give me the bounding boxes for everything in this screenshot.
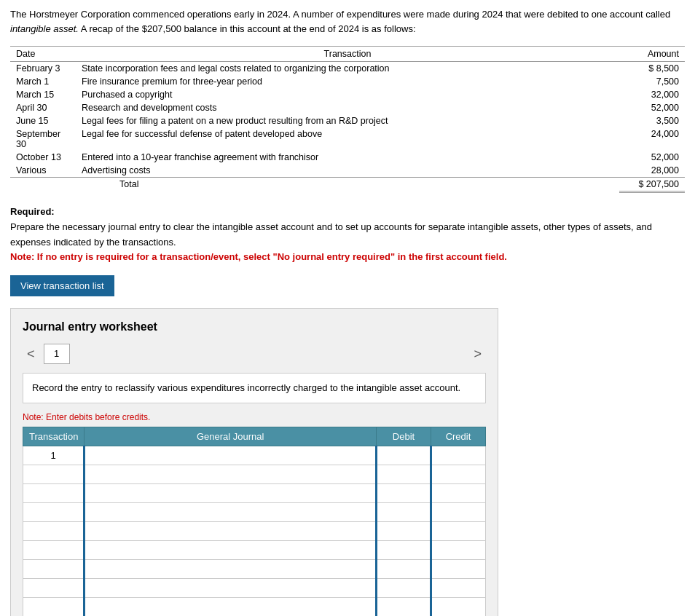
credit-input[interactable] — [432, 560, 485, 578]
general-journal-input-cell[interactable] — [85, 521, 377, 540]
cell-amount: 52,000 — [619, 101, 685, 114]
debit-input[interactable] — [377, 579, 430, 597]
general-journal-input-cell[interactable] — [85, 483, 377, 502]
worksheet-description: Record the entry to reclassify various e… — [23, 373, 486, 403]
journal-row-num — [23, 578, 85, 597]
total-amount: $ 207,500 — [619, 178, 685, 192]
journal-row — [23, 502, 486, 521]
debit-input[interactable] — [377, 503, 430, 521]
credit-input-cell[interactable] — [431, 559, 486, 578]
credit-input[interactable] — [432, 598, 485, 616]
general-journal-input-cell[interactable] — [85, 597, 377, 616]
cell-amount: 24,000 — [619, 127, 685, 151]
debit-input[interactable] — [377, 560, 430, 578]
credit-input[interactable] — [432, 541, 485, 559]
journal-row-num — [23, 502, 85, 521]
cell-date: June 15 — [10, 114, 76, 127]
general-journal-input-cell[interactable] — [85, 465, 377, 483]
intro-text1: The Horstmeyer Corporation commenced ope… — [10, 9, 670, 20]
credit-input[interactable] — [432, 465, 485, 483]
debit-input-cell[interactable] — [377, 465, 431, 483]
prev-page-button[interactable]: < — [23, 345, 39, 363]
table-row: Various Advertising costs 28,000 — [10, 164, 685, 178]
general-journal-input[interactable] — [85, 503, 375, 521]
debit-input-cell[interactable] — [377, 521, 431, 540]
journal-row-num — [23, 465, 85, 483]
total-row: Total $ 207,500 — [10, 178, 685, 192]
journal-col-debit: Debit — [377, 427, 431, 446]
required-text: Prepare the necessary journal entry to c… — [10, 220, 685, 250]
credit-input[interactable] — [432, 579, 485, 597]
cell-date: September 30 — [10, 127, 76, 151]
general-journal-input[interactable] — [85, 579, 375, 597]
intro-text2: A recap of the $207,500 balance in this … — [79, 23, 416, 34]
col-header-amount: Amount — [619, 47, 685, 62]
view-transaction-list-button[interactable]: View transaction list — [10, 275, 114, 296]
cell-amount: $ 8,500 — [619, 62, 685, 76]
general-journal-input[interactable] — [85, 598, 375, 616]
table-row: February 3 State incorporation fees and … — [10, 62, 685, 76]
credit-input-cell[interactable] — [431, 540, 486, 559]
journal-row-num: 1 — [23, 446, 85, 465]
journal-row — [23, 597, 486, 616]
general-journal-input-cell[interactable] — [85, 446, 377, 465]
journal-row-num — [23, 559, 85, 578]
debit-input[interactable] — [377, 522, 430, 540]
general-journal-input[interactable] — [85, 541, 375, 559]
journal-entry-table: Transaction General Journal Debit Credit… — [23, 427, 486, 616]
cell-transaction: Entered into a 10-year franchise agreeme… — [76, 151, 619, 164]
credit-input-cell[interactable] — [431, 502, 486, 521]
credit-input[interactable] — [432, 446, 485, 465]
debit-input-cell[interactable] — [377, 540, 431, 559]
debit-input-cell[interactable] — [377, 597, 431, 616]
debit-input[interactable] — [377, 484, 430, 502]
credit-input-cell[interactable] — [431, 483, 486, 502]
worksheet-navigation: < 1 > — [23, 344, 486, 364]
credit-input[interactable] — [432, 484, 485, 502]
general-journal-input[interactable] — [85, 522, 375, 540]
general-journal-input[interactable] — [85, 446, 375, 465]
journal-row-num — [23, 540, 85, 559]
cell-date: February 3 — [10, 62, 76, 76]
journal-row — [23, 540, 486, 559]
debit-input-cell[interactable] — [377, 578, 431, 597]
debit-input-cell[interactable] — [377, 502, 431, 521]
general-journal-input[interactable] — [85, 465, 375, 483]
debit-input[interactable] — [377, 598, 430, 616]
col-header-transaction: Transaction — [76, 47, 619, 62]
debit-input-cell[interactable] — [377, 483, 431, 502]
credit-input-cell[interactable] — [431, 465, 486, 483]
journal-col-transaction: Transaction — [23, 427, 85, 446]
general-journal-input-cell[interactable] — [85, 540, 377, 559]
credit-input-cell[interactable] — [431, 521, 486, 540]
debit-input-cell[interactable] — [377, 446, 431, 465]
table-row: April 30 Research and development costs … — [10, 101, 685, 114]
table-row: October 13 Entered into a 10-year franch… — [10, 151, 685, 164]
general-journal-input-cell[interactable] — [85, 559, 377, 578]
debit-input[interactable] — [377, 465, 430, 483]
cell-date: March 15 — [10, 88, 76, 101]
general-journal-input-cell[interactable] — [85, 578, 377, 597]
credit-input-cell[interactable] — [431, 446, 486, 465]
credit-input[interactable] — [432, 522, 485, 540]
total-label: Total — [76, 178, 619, 192]
debit-input[interactable] — [377, 446, 430, 465]
journal-row-num — [23, 521, 85, 540]
cell-date: October 13 — [10, 151, 76, 164]
debit-input[interactable] — [377, 541, 430, 559]
general-journal-input[interactable] — [85, 560, 375, 578]
credit-input-cell[interactable] — [431, 597, 486, 616]
required-note: Note: If no entry is required for a tran… — [10, 250, 685, 265]
general-journal-input[interactable] — [85, 484, 375, 502]
credit-input-cell[interactable] — [431, 578, 486, 597]
journal-row-num — [23, 483, 85, 502]
cell-transaction: Advertising costs — [76, 164, 619, 178]
journal-row — [23, 465, 486, 483]
next-page-button[interactable]: > — [469, 345, 486, 363]
journal-row — [23, 578, 486, 597]
credit-input[interactable] — [432, 503, 485, 521]
cell-amount: 28,000 — [619, 164, 685, 178]
journal-row — [23, 559, 486, 578]
general-journal-input-cell[interactable] — [85, 502, 377, 521]
debit-input-cell[interactable] — [377, 559, 431, 578]
